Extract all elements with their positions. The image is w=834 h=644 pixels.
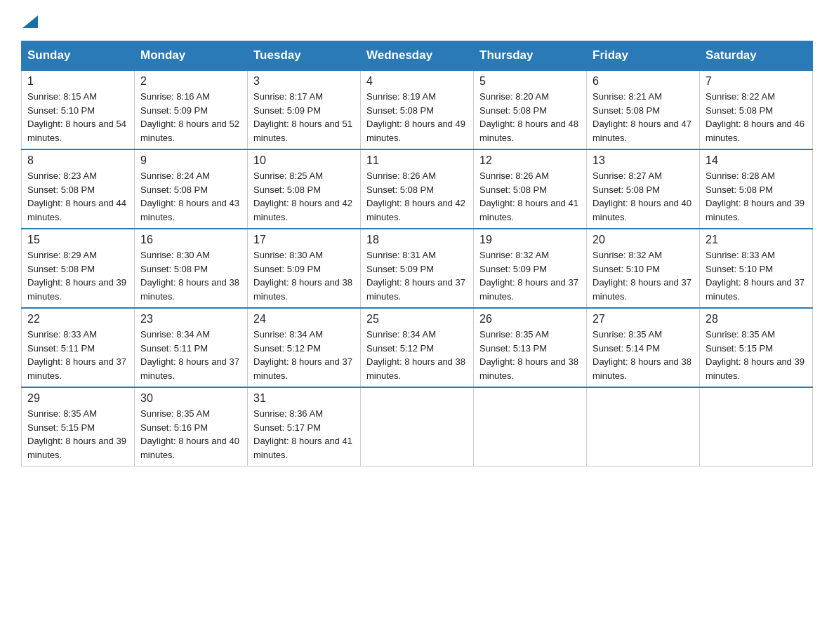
calendar-day: 8Sunrise: 8:23 AMSunset: 5:08 PMDaylight… <box>22 149 135 229</box>
calendar-day: 5Sunrise: 8:20 AMSunset: 5:08 PMDaylight… <box>474 70 587 149</box>
calendar-day: 11Sunrise: 8:26 AMSunset: 5:08 PMDayligh… <box>361 149 474 229</box>
day-number: 11 <box>366 154 468 167</box>
calendar-day <box>587 387 700 467</box>
day-info: Sunrise: 8:34 AMSunset: 5:11 PMDaylight:… <box>140 328 241 382</box>
day-number: 6 <box>593 75 694 88</box>
calendar-week-5: 29Sunrise: 8:35 AMSunset: 5:15 PMDayligh… <box>22 387 813 467</box>
calendar-day: 25Sunrise: 8:34 AMSunset: 5:12 PMDayligh… <box>361 308 474 387</box>
calendar-day: 4Sunrise: 8:19 AMSunset: 5:08 PMDaylight… <box>361 70 474 149</box>
day-number: 29 <box>27 392 128 405</box>
day-number: 20 <box>593 234 694 246</box>
day-number: 22 <box>27 313 128 326</box>
calendar-day: 18Sunrise: 8:31 AMSunset: 5:09 PMDayligh… <box>361 229 474 308</box>
col-header-monday: Monday <box>135 41 248 71</box>
day-info: Sunrise: 8:32 AMSunset: 5:09 PMDaylight:… <box>479 248 581 303</box>
day-info: Sunrise: 8:28 AMSunset: 5:08 PMDaylight:… <box>706 169 807 224</box>
day-number: 31 <box>253 392 355 405</box>
day-info: Sunrise: 8:25 AMSunset: 5:08 PMDaylight:… <box>253 169 355 224</box>
day-info: Sunrise: 8:26 AMSunset: 5:08 PMDaylight:… <box>479 169 581 224</box>
logo-triangle-icon <box>22 15 38 28</box>
calendar-day: 1Sunrise: 8:15 AMSunset: 5:10 PMDaylight… <box>22 70 135 149</box>
day-number: 26 <box>479 313 581 326</box>
calendar-day: 16Sunrise: 8:30 AMSunset: 5:08 PMDayligh… <box>135 229 248 308</box>
day-info: Sunrise: 8:31 AMSunset: 5:09 PMDaylight:… <box>366 248 468 303</box>
day-info: Sunrise: 8:23 AMSunset: 5:08 PMDaylight:… <box>27 169 128 224</box>
day-number: 17 <box>253 234 355 246</box>
day-number: 1 <box>27 75 128 88</box>
day-number: 18 <box>366 234 468 246</box>
day-info: Sunrise: 8:19 AMSunset: 5:08 PMDaylight:… <box>366 90 468 145</box>
calendar-day: 15Sunrise: 8:29 AMSunset: 5:08 PMDayligh… <box>22 229 135 308</box>
calendar-day <box>474 387 587 467</box>
calendar-day: 22Sunrise: 8:33 AMSunset: 5:11 PMDayligh… <box>22 308 135 387</box>
day-number: 16 <box>140 234 241 246</box>
day-number: 3 <box>253 75 355 88</box>
day-number: 30 <box>140 392 241 405</box>
calendar-week-2: 8Sunrise: 8:23 AMSunset: 5:08 PMDaylight… <box>22 149 813 229</box>
day-number: 8 <box>27 154 128 167</box>
day-number: 28 <box>706 313 807 326</box>
calendar-day: 29Sunrise: 8:35 AMSunset: 5:15 PMDayligh… <box>22 387 135 467</box>
col-header-friday: Friday <box>587 41 700 71</box>
day-info: Sunrise: 8:26 AMSunset: 5:08 PMDaylight:… <box>366 169 468 224</box>
day-number: 25 <box>366 313 468 326</box>
day-number: 13 <box>593 154 694 167</box>
day-number: 23 <box>140 313 241 326</box>
day-number: 5 <box>479 75 581 88</box>
day-number: 9 <box>140 154 241 167</box>
col-header-thursday: Thursday <box>474 41 587 71</box>
day-info: Sunrise: 8:33 AMSunset: 5:10 PMDaylight:… <box>706 248 807 303</box>
day-number: 14 <box>706 154 807 167</box>
calendar-table: SundayMondayTuesdayWednesdayThursdayFrid… <box>21 41 813 467</box>
day-info: Sunrise: 8:22 AMSunset: 5:08 PMDaylight:… <box>706 90 807 145</box>
day-number: 12 <box>479 154 581 167</box>
calendar-day: 30Sunrise: 8:35 AMSunset: 5:16 PMDayligh… <box>135 387 248 467</box>
calendar-header-row: SundayMondayTuesdayWednesdayThursdayFrid… <box>22 41 813 71</box>
calendar-day: 12Sunrise: 8:26 AMSunset: 5:08 PMDayligh… <box>474 149 587 229</box>
calendar-day: 31Sunrise: 8:36 AMSunset: 5:17 PMDayligh… <box>248 387 361 467</box>
calendar-day: 21Sunrise: 8:33 AMSunset: 5:10 PMDayligh… <box>700 229 813 308</box>
day-info: Sunrise: 8:35 AMSunset: 5:16 PMDaylight:… <box>140 407 241 462</box>
calendar-day: 14Sunrise: 8:28 AMSunset: 5:08 PMDayligh… <box>700 149 813 229</box>
day-info: Sunrise: 8:16 AMSunset: 5:09 PMDaylight:… <box>140 90 241 145</box>
day-info: Sunrise: 8:21 AMSunset: 5:08 PMDaylight:… <box>593 90 694 145</box>
col-header-saturday: Saturday <box>700 41 813 71</box>
day-info: Sunrise: 8:35 AMSunset: 5:15 PMDaylight:… <box>706 328 807 382</box>
day-info: Sunrise: 8:34 AMSunset: 5:12 PMDaylight:… <box>366 328 468 382</box>
day-info: Sunrise: 8:30 AMSunset: 5:08 PMDaylight:… <box>140 248 241 303</box>
day-info: Sunrise: 8:15 AMSunset: 5:10 PMDaylight:… <box>27 90 128 145</box>
day-info: Sunrise: 8:32 AMSunset: 5:10 PMDaylight:… <box>593 248 694 303</box>
calendar-day: 3Sunrise: 8:17 AMSunset: 5:09 PMDaylight… <box>248 70 361 149</box>
calendar-day: 28Sunrise: 8:35 AMSunset: 5:15 PMDayligh… <box>700 308 813 387</box>
calendar-day: 20Sunrise: 8:32 AMSunset: 5:10 PMDayligh… <box>587 229 700 308</box>
calendar-day: 2Sunrise: 8:16 AMSunset: 5:09 PMDaylight… <box>135 70 248 149</box>
calendar-day: 23Sunrise: 8:34 AMSunset: 5:11 PMDayligh… <box>135 308 248 387</box>
calendar-day: 26Sunrise: 8:35 AMSunset: 5:13 PMDayligh… <box>474 308 587 387</box>
day-number: 24 <box>253 313 355 326</box>
day-info: Sunrise: 8:35 AMSunset: 5:15 PMDaylight:… <box>27 407 128 462</box>
day-info: Sunrise: 8:30 AMSunset: 5:09 PMDaylight:… <box>253 248 355 303</box>
day-info: Sunrise: 8:35 AMSunset: 5:14 PMDaylight:… <box>593 328 694 382</box>
day-info: Sunrise: 8:35 AMSunset: 5:13 PMDaylight:… <box>479 328 581 382</box>
col-header-tuesday: Tuesday <box>248 41 361 71</box>
calendar-day: 27Sunrise: 8:35 AMSunset: 5:14 PMDayligh… <box>587 308 700 387</box>
calendar-day <box>361 387 474 467</box>
calendar-day: 10Sunrise: 8:25 AMSunset: 5:08 PMDayligh… <box>248 149 361 229</box>
day-number: 4 <box>366 75 468 88</box>
col-header-sunday: Sunday <box>22 41 135 71</box>
day-info: Sunrise: 8:33 AMSunset: 5:11 PMDaylight:… <box>27 328 128 382</box>
day-info: Sunrise: 8:34 AMSunset: 5:12 PMDaylight:… <box>253 328 355 382</box>
calendar-day <box>700 387 813 467</box>
day-number: 7 <box>706 75 807 88</box>
day-number: 27 <box>593 313 694 326</box>
calendar-day: 9Sunrise: 8:24 AMSunset: 5:08 PMDaylight… <box>135 149 248 229</box>
calendar-day: 19Sunrise: 8:32 AMSunset: 5:09 PMDayligh… <box>474 229 587 308</box>
svg-marker-0 <box>22 15 38 28</box>
day-number: 21 <box>706 234 807 246</box>
calendar-day: 17Sunrise: 8:30 AMSunset: 5:09 PMDayligh… <box>248 229 361 308</box>
day-info: Sunrise: 8:20 AMSunset: 5:08 PMDaylight:… <box>479 90 581 145</box>
page-header <box>21 14 813 28</box>
day-number: 15 <box>27 234 128 246</box>
day-info: Sunrise: 8:24 AMSunset: 5:08 PMDaylight:… <box>140 169 241 224</box>
calendar-week-1: 1Sunrise: 8:15 AMSunset: 5:10 PMDaylight… <box>22 70 813 149</box>
